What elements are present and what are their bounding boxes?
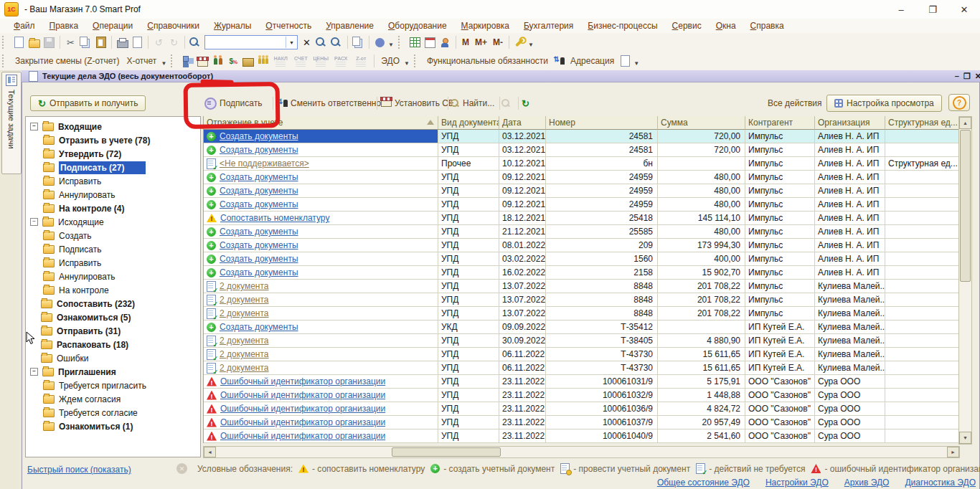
cell-date[interactable]: 13.07.2022 (499, 280, 546, 293)
search-icon[interactable] (189, 36, 202, 49)
action-link[interactable]: Создать документы (220, 267, 298, 277)
tree-item-исходящие[interactable]: −Исходящие (26, 215, 200, 229)
action-link[interactable]: 2 документа (220, 336, 269, 346)
cell-organization[interactable]: Алиев Н. А. ИП (815, 130, 885, 143)
cell-sum[interactable] (658, 157, 745, 171)
memory-button-m[interactable]: M (459, 37, 472, 47)
cell-action[interactable]: +Создать документы (204, 225, 438, 239)
cell-doc-type[interactable]: УПД (438, 143, 499, 157)
table-row[interactable]: <Не поддерживается>Прочее10.12.2021бнИмп… (204, 157, 959, 171)
footer-link-настройки-эдо[interactable]: Настройки ЭДО (765, 478, 829, 488)
cell-organization[interactable]: Алиев Н. А. ИП (815, 225, 885, 239)
table-row[interactable]: !Ошибочный идентификатор организацииУПД2… (204, 375, 959, 389)
clear-search-icon[interactable]: ✕ (300, 36, 314, 49)
cell-doc-type[interactable]: УПД (438, 225, 499, 239)
cell-sum[interactable]: 480,00 (658, 198, 745, 212)
menu-item-окна[interactable]: Окна (710, 20, 743, 32)
document-button-z-от[interactable]: Z-от (352, 56, 370, 67)
action-link[interactable]: Ошибочный идентификатор организации (220, 417, 385, 427)
cell-action[interactable]: +Создать документы (204, 252, 438, 266)
cell-organization[interactable]: Кулиева Малей... (815, 293, 885, 307)
copy-icon[interactable] (79, 36, 93, 49)
table-row[interactable]: +Создать документыУПД21.12.202125585480,… (204, 225, 959, 239)
cell-number[interactable]: 25418 (546, 212, 658, 225)
addressing-button[interactable]: Адресация (567, 56, 618, 66)
document-button-счет[interactable]: СЧЕТ (291, 56, 310, 67)
cell-action[interactable]: !Сопоставить номенклатуру (204, 212, 438, 225)
table-row[interactable]: 2 документаУПД06.11.2022Т-4373015 611,65… (204, 361, 959, 375)
action-link[interactable]: Ошибочный идентификатор организации (220, 404, 385, 414)
find-button[interactable]: Найти... (450, 96, 496, 110)
cell-sum[interactable]: 15 611,65 (658, 361, 745, 375)
cell-date[interactable]: 13.07.2022 (499, 307, 546, 321)
set-ce-button[interactable]: Установить СЕ (379, 96, 456, 110)
cell-doc-type[interactable]: УПД (438, 130, 499, 143)
cell-structural-unit[interactable] (885, 334, 959, 348)
cell-doc-type[interactable]: УПД (438, 252, 499, 266)
table-row[interactable]: +Создать документыУКД09.09.2022Т-35412ИП… (204, 321, 959, 334)
action-link[interactable]: 2 документа (220, 281, 269, 291)
cell-sum[interactable]: 15 611,65 (658, 348, 745, 361)
info-icon[interactable] (373, 36, 387, 49)
table-row[interactable]: 2 документаУПД13.07.20228848201 708,22Им… (204, 280, 959, 293)
cell-organization[interactable]: Кулиева Малей... (815, 361, 885, 375)
scroll-right-button[interactable]: ► (947, 447, 959, 457)
cell-organization[interactable]: Сура ООО (815, 429, 885, 443)
cell-action[interactable]: +Создать документы (204, 198, 438, 212)
cell-number[interactable]: 24581 (546, 130, 658, 143)
menu-item-маркировка[interactable]: Маркировка (455, 20, 516, 32)
calendar-icon[interactable] (423, 36, 437, 49)
column-header-8[interactable]: Структурная ед... (885, 116, 959, 130)
cell-number[interactable]: 100061037/9 (546, 416, 658, 429)
cell-structural-unit[interactable] (885, 280, 959, 293)
cell-number[interactable]: 1560 (546, 252, 658, 266)
cell-number[interactable]: Т-43730 (546, 361, 658, 375)
action-link[interactable]: Сопоставить номенклатуру (220, 213, 329, 223)
cell-action[interactable]: +Создать документы (204, 171, 438, 184)
wrench-icon[interactable] (513, 36, 527, 49)
refresh-button[interactable]: ↻ (519, 96, 532, 110)
action-link[interactable]: Создать документы (220, 172, 298, 182)
memory-button-m+[interactable]: M+ (472, 37, 490, 47)
table-row[interactable]: +Создать документыУПД03.12.202124581720,… (204, 130, 959, 143)
close-button[interactable]: ✕ (948, 0, 980, 19)
cell-structural-unit[interactable] (885, 389, 959, 402)
cell-structural-unit[interactable] (885, 293, 959, 307)
cell-date[interactable]: 23.11.2022 (499, 416, 546, 429)
components-icon[interactable] (181, 54, 194, 67)
tree-item-сопоставить-232-[interactable]: Сопоставить (232) (26, 297, 200, 310)
cell-action[interactable]: !Ошибочный идентификатор организации (204, 375, 438, 389)
horizontal-scroll-thumb[interactable] (392, 447, 501, 457)
cell-number[interactable]: 8848 (546, 280, 658, 293)
cell-counterparty[interactable]: Импульс (745, 198, 815, 212)
cell-counterparty[interactable]: ИП Кутей Е.А. (745, 361, 815, 375)
cell-sum[interactable]: 201 708,22 (658, 307, 745, 321)
cell-doc-type[interactable]: УПД (438, 334, 499, 348)
tree-item-утвердить-72-[interactable]: Утвердить (72) (26, 147, 200, 161)
cell-doc-type[interactable]: УПД (438, 280, 499, 293)
cell-action[interactable]: !Ошибочный идентификатор организации (204, 402, 438, 416)
mdi-restore-button[interactable]: ❐ (963, 72, 971, 81)
cell-structural-unit[interactable] (885, 361, 959, 375)
column-header-7[interactable]: Организация (815, 116, 885, 130)
cell-doc-type[interactable]: УПД (438, 429, 499, 443)
cell-date[interactable]: 09.12.2021 (499, 171, 546, 184)
table-row[interactable]: !Ошибочный идентификатор организацииУПД2… (204, 402, 959, 416)
cell-structural-unit[interactable] (885, 184, 959, 198)
tree-item-создать[interactable]: Создать (26, 229, 200, 242)
document-button-цены[interactable]: ЦЕНЫ (311, 56, 330, 67)
table-row[interactable]: !Сопоставить номенклатуруУПД18.12.202125… (204, 212, 959, 225)
cell-sum[interactable]: 4 824,72 (658, 402, 745, 416)
cell-action[interactable]: +Создать документы (204, 239, 438, 252)
action-link[interactable]: Ошибочный идентификатор организации (220, 376, 385, 386)
close-shift-button[interactable]: Закрытие смены (Z-отчет) (11, 56, 123, 66)
cell-organization[interactable]: Алиев Н. А. ИП (815, 157, 885, 171)
cell-counterparty[interactable]: ИП Кутей Е.А. (745, 321, 815, 334)
cell-doc-type[interactable]: УПД (438, 402, 499, 416)
cell-number[interactable]: 8848 (546, 293, 658, 307)
cell-counterparty[interactable]: ООО "Сазонов" (745, 389, 815, 402)
cell-number[interactable]: 100061040/9 (546, 429, 658, 443)
cell-counterparty[interactable]: Импульс (745, 143, 815, 157)
menu-item-управление[interactable]: Управление (319, 20, 380, 32)
cell-doc-type[interactable]: УПД (438, 212, 499, 225)
